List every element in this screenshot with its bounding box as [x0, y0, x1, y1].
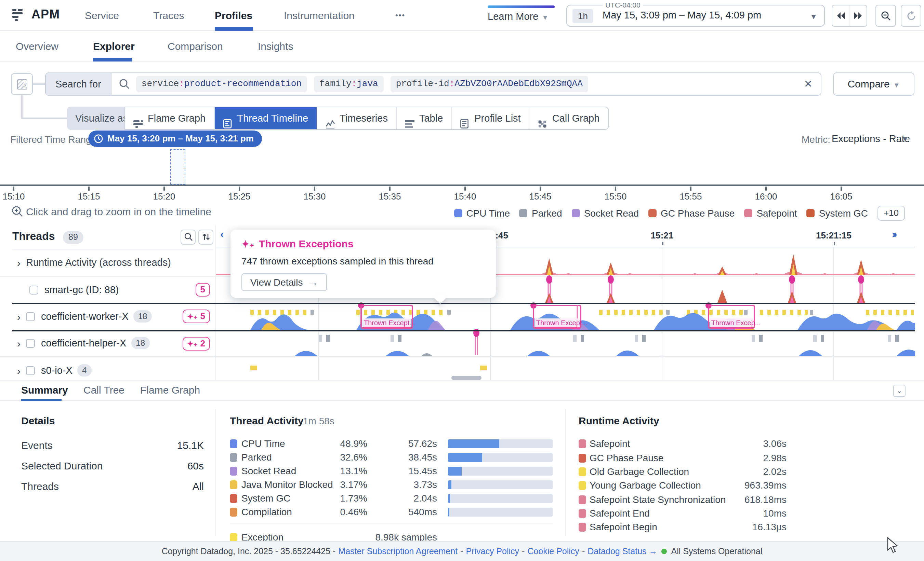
thrown-exceptions-region: Thrown Except... — [530, 302, 588, 328]
scroll-left-icon[interactable]: ‹ — [220, 228, 224, 241]
filter-pill-family[interactable]: family:java — [314, 76, 384, 92]
tooltip-title: ✦✦ Thrown Exceptions — [242, 238, 485, 250]
chevron-down-icon: ▼ — [542, 13, 549, 21]
filtered-time-range-pill[interactable]: May 15, 3:20 pm – May 15, 3:21 pm — [88, 130, 262, 147]
chevron-right-icon[interactable]: › — [17, 365, 21, 376]
legend-socket-read[interactable]: Socket Read — [572, 208, 639, 218]
viz-call-graph-button[interactable]: Call Graph — [530, 107, 608, 129]
nav-more-icon[interactable]: ••• — [395, 0, 405, 31]
filter-pill-profile-id[interactable]: profile-id:AZbVZO0rAADebEdbX92SmQAA — [390, 76, 588, 92]
legend-cpu-time[interactable]: CPU Time — [454, 208, 510, 218]
chevron-right-icon[interactable]: › — [17, 337, 21, 349]
view-details-button[interactable]: View Details→ — [242, 273, 327, 291]
exception-count-badge[interactable]: 5 — [196, 283, 210, 296]
thread-row-s0-io[interactable]: › s0-io-X 4 — [0, 357, 216, 380]
threads-sort-button[interactable] — [198, 230, 213, 245]
thread-timeline-icon — [223, 114, 232, 123]
viz-thread-timeline-button[interactable]: Thread Timeline — [214, 107, 317, 129]
nav-service[interactable]: Service — [85, 0, 119, 31]
table-icon — [405, 114, 414, 123]
thread-row-coefficient-helper[interactable]: › coefficient-helper-X 18 ✦✦2 — [0, 330, 216, 357]
axis-tick-label: 15:10 — [2, 191, 25, 202]
zoom-out-button[interactable] — [876, 5, 896, 27]
tab-comparison[interactable]: Comparison — [168, 31, 223, 61]
thread-row-smart-gc[interactable]: smart-gc (ID: 88) 5 — [0, 277, 216, 303]
tab-summary[interactable]: Summary — [21, 381, 68, 401]
link-cookie-policy[interactable]: Cookie Policy — [527, 547, 579, 556]
threads-search-button[interactable] — [180, 230, 196, 245]
timeline-selection-box[interactable] — [170, 149, 185, 184]
search-bar[interactable]: Search for service:product-recommendatio… — [45, 72, 821, 96]
legend-safepoint[interactable]: Safepoint — [744, 208, 797, 218]
activity-bar — [448, 467, 553, 476]
link-master-subscription[interactable]: Master Subscription Agreement — [338, 547, 458, 556]
chevron-right-icon[interactable]: › — [17, 257, 21, 268]
insights-badge[interactable]: ✦✦2 — [182, 337, 210, 350]
axis-tick — [314, 187, 315, 191]
legend-more-button[interactable]: +10 — [878, 206, 905, 221]
collapse-panel-button[interactable]: ⌄ — [893, 385, 906, 397]
thread-row-coefficient-worker[interactable]: › coefficient-worker-X 18 ✦✦5 — [0, 303, 216, 330]
timeline-scrollbar[interactable] — [452, 376, 482, 380]
metric-select[interactable]: Exceptions - Rate — [832, 133, 910, 144]
thread-checkbox[interactable] — [26, 338, 35, 347]
nav-traces[interactable]: Traces — [153, 0, 184, 31]
thread-checkbox[interactable] — [26, 312, 35, 321]
zoom-in-icon — [12, 206, 23, 217]
insights-badge[interactable]: ✦✦5 — [182, 310, 210, 323]
shift-forward-button[interactable] — [849, 6, 867, 26]
legend-system-gc[interactable]: System GC — [807, 208, 868, 218]
svg-text:Thrown Except...: Thrown Except... — [364, 319, 415, 327]
fast-forward-icon — [854, 12, 862, 20]
thread-row-runtime-activity[interactable]: › Runtime Activity (across threads) — [0, 249, 216, 277]
legend-gc-phase-pause[interactable]: GC Phase Pause — [648, 208, 735, 218]
viz-timeseries-button[interactable]: Timeseries — [317, 107, 397, 129]
chevron-down-icon[interactable]: ▼ — [902, 135, 909, 143]
s0-io-row-chart — [250, 366, 487, 370]
page-footer: Copyright Datadog, Inc. 2025 - 35.652244… — [0, 541, 924, 561]
time-range-picker[interactable]: UTC-04:00 1h May 15, 3:09 pm – May 15, 4… — [566, 5, 825, 27]
thread-checkbox[interactable] — [26, 366, 35, 375]
smart-gc-row-chart — [545, 275, 865, 303]
tab-overview[interactable]: Overview — [16, 31, 58, 61]
timeseries-icon — [325, 114, 335, 123]
filter-pill-service[interactable]: service:product-recommendation — [136, 76, 307, 92]
tab-flame-graph[interactable]: Flame Graph — [140, 381, 200, 401]
link-datadog-status[interactable]: Datadog Status → — [588, 547, 657, 556]
viz-table-button[interactable]: Table — [397, 107, 452, 129]
tab-explorer[interactable]: Explorer — [93, 31, 135, 61]
legend-parked[interactable]: Parked — [519, 208, 562, 218]
clear-search-icon[interactable]: ✕ — [804, 78, 813, 90]
timeline-tick-label: 15:21:15 — [816, 230, 852, 241]
details-title: Details — [21, 415, 55, 426]
viz-profile-list-button[interactable]: Profile List — [452, 107, 530, 129]
axis-tick-label: 15:30 — [303, 191, 326, 202]
thread-checkbox[interactable] — [29, 285, 38, 294]
details-row-threads: ThreadsAll — [21, 480, 204, 492]
learn-more-button[interactable]: Learn More▼ — [488, 11, 549, 22]
tab-call-tree[interactable]: Call Tree — [84, 381, 124, 401]
scroll-right-icon[interactable]: ›› — [892, 228, 895, 241]
nav-instrumentation[interactable]: Instrumentation — [284, 0, 355, 31]
link-privacy-policy[interactable]: Privacy Policy — [466, 547, 519, 556]
cpu-time-swatch — [454, 209, 462, 217]
tab-insights[interactable]: Insights — [258, 31, 293, 61]
time-preset-chip[interactable]: 1h — [573, 9, 593, 23]
chevron-right-icon[interactable]: › — [17, 311, 21, 322]
compare-button[interactable]: Compare▼ — [833, 72, 914, 96]
collapse-search-button[interactable]: › — [11, 73, 33, 95]
nav-profiles[interactable]: Profiles — [215, 0, 252, 31]
overview-timeline[interactable] — [0, 149, 924, 184]
axis-tick — [464, 187, 466, 191]
safepoint-swatch — [744, 209, 752, 217]
rewind-icon — [836, 12, 845, 20]
shift-back-button[interactable] — [832, 6, 849, 26]
call-graph-icon — [538, 114, 548, 123]
axis-tick — [840, 187, 842, 191]
safepoint-swatch — [579, 523, 586, 532]
runtime-row-safepoint-state-sync: Safepoint State Synchronization618.18ms — [579, 493, 786, 507]
refresh-button[interactable] — [901, 5, 921, 27]
apm-logo-icon[interactable] — [11, 8, 25, 22]
viz-flame-graph-button[interactable]: Flame Graph — [125, 107, 214, 129]
exception-marker — [473, 329, 480, 355]
